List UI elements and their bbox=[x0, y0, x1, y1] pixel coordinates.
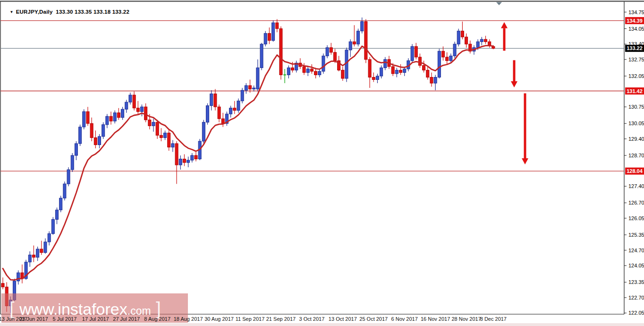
date-label: 6 Nov 2017 bbox=[391, 316, 418, 322]
candle-body bbox=[214, 94, 217, 107]
candle-body bbox=[106, 116, 109, 125]
price-chart-svg[interactable]: 134.75134.05133.40132.75132.05130.75130.… bbox=[0, 0, 644, 326]
candle-body bbox=[322, 56, 325, 71]
candle-body bbox=[125, 102, 128, 109]
date-label: 8 Dec 2017 bbox=[480, 316, 507, 322]
candle-body bbox=[102, 125, 105, 137]
candle-body bbox=[326, 48, 329, 56]
date-label: 13 Oct 2017 bbox=[329, 316, 357, 322]
candle-body bbox=[438, 51, 441, 77]
candle-body bbox=[434, 77, 437, 83]
candle-body bbox=[148, 120, 151, 126]
candle-body bbox=[280, 29, 282, 75]
candle-body bbox=[376, 76, 379, 80]
candle-body bbox=[415, 46, 417, 57]
candle-body bbox=[233, 108, 236, 111]
candle-body bbox=[191, 155, 194, 160]
arrow-head-down bbox=[522, 158, 528, 164]
price-tick-label: 129.40 bbox=[628, 136, 644, 142]
price-tick-label: 127.40 bbox=[628, 183, 644, 189]
ohlc-header: ▼EURJPY,Daily 133.30 133.35 133.18 133.2… bbox=[3, 3, 129, 20]
candle-body bbox=[403, 69, 406, 73]
candle-body bbox=[152, 122, 155, 126]
candle-body bbox=[1, 283, 4, 287]
chart-collapse-triangle-icon[interactable]: ▼ bbox=[10, 10, 14, 14]
candle-body bbox=[28, 255, 31, 262]
candle-body bbox=[144, 107, 147, 120]
price-axis: 134.75134.05133.40132.75132.05130.75130.… bbox=[624, 9, 644, 316]
price-tick-label: 132.05 bbox=[628, 73, 644, 79]
candle-body bbox=[175, 144, 178, 165]
candle-body bbox=[48, 233, 51, 242]
price-tick-label: 122.70 bbox=[628, 295, 644, 300]
candle-body bbox=[368, 60, 371, 77]
candle-body bbox=[63, 184, 66, 198]
candle-body bbox=[349, 42, 352, 50]
candle-body bbox=[287, 68, 290, 75]
price-tick-label: 130.75 bbox=[628, 104, 644, 110]
candle-body bbox=[56, 210, 59, 219]
candle-body bbox=[195, 155, 197, 159]
candle-body bbox=[465, 37, 468, 44]
candle-body bbox=[314, 71, 317, 75]
candle-body bbox=[384, 60, 387, 68]
date-label: 3 Oct 2017 bbox=[299, 316, 324, 322]
candle-body bbox=[256, 68, 259, 89]
candle-body bbox=[79, 127, 82, 144]
candle-body bbox=[253, 88, 255, 89]
chart-window: 134.75134.05133.40132.75132.05130.75130.… bbox=[0, 0, 644, 326]
date-axis: 13 Jun 201723 Jun 20175 Jul 201717 Jul 2… bbox=[0, 316, 507, 322]
candle-body bbox=[75, 144, 77, 155]
price-tick-label: 134.05 bbox=[628, 26, 644, 32]
candle-body bbox=[461, 31, 464, 37]
candle-body bbox=[264, 34, 267, 44]
candle-body bbox=[210, 94, 213, 106]
candle-body bbox=[36, 249, 39, 257]
candle-body bbox=[276, 23, 279, 29]
candle-body bbox=[353, 42, 356, 44]
ohlc-values: 133.30 133.35 133.18 133.22 bbox=[56, 9, 129, 15]
price-tick-label: 130.05 bbox=[628, 120, 644, 126]
price-tick-label: 124.70 bbox=[628, 248, 644, 253]
candle-body bbox=[291, 68, 294, 70]
candle-body bbox=[83, 112, 85, 127]
candle-body bbox=[249, 86, 252, 89]
candle-body bbox=[268, 34, 271, 41]
candle-body bbox=[218, 107, 220, 119]
trend-arrows bbox=[501, 22, 528, 164]
candle-body bbox=[94, 137, 97, 145]
candle-body bbox=[140, 107, 143, 112]
candle-body bbox=[480, 39, 483, 42]
candle-body bbox=[364, 22, 367, 60]
price-tick-label: 123.35 bbox=[628, 279, 644, 285]
candle-body bbox=[395, 70, 398, 74]
candle-body bbox=[442, 51, 445, 57]
date-label: 16 Nov 2017 bbox=[421, 316, 450, 322]
candle-body bbox=[303, 67, 305, 73]
scroll-marker-icon bbox=[496, 2, 502, 6]
candle-body bbox=[44, 242, 47, 253]
moving-average-line bbox=[3, 46, 493, 280]
candle-body bbox=[318, 71, 321, 75]
bottom-strip bbox=[0, 323, 644, 326]
candle-body bbox=[117, 113, 120, 118]
price-tick-label: 124.05 bbox=[628, 263, 644, 268]
candle-body bbox=[136, 108, 139, 112]
candle-body bbox=[430, 77, 433, 83]
candle-body bbox=[391, 67, 394, 74]
candle-body bbox=[98, 137, 101, 145]
date-label: 18 Aug 2017 bbox=[174, 316, 203, 322]
arrow-head-up bbox=[501, 22, 508, 28]
arrow-head-down bbox=[511, 81, 517, 87]
candle-body bbox=[449, 56, 452, 60]
candle-body bbox=[333, 52, 336, 61]
candle-body bbox=[399, 70, 402, 72]
price-tick-label: 126.70 bbox=[628, 200, 644, 206]
candle-body bbox=[59, 198, 62, 210]
price-tick-label: 126.05 bbox=[628, 215, 644, 221]
candle-body bbox=[51, 219, 54, 233]
symbol-timeframe-label: EURJPY,Daily bbox=[16, 9, 53, 15]
top-marker bbox=[496, 2, 502, 6]
candles bbox=[1, 17, 495, 313]
price-badge-label: 128.04 bbox=[627, 168, 643, 174]
